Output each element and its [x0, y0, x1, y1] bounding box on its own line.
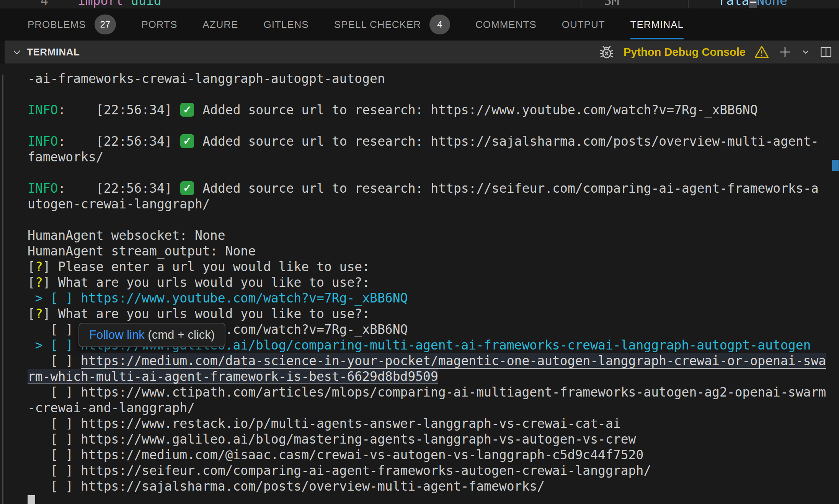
editor-remnant: 4 import uuid 3M rata=None	[0, 0, 839, 8]
panel-tab-ports[interactable]: PORTS	[141, 8, 177, 41]
terminal-text: [	[28, 306, 35, 321]
terminal-link[interactable]: fameworks/	[28, 150, 104, 164]
chevron-down-icon[interactable]	[11, 47, 22, 57]
terminal-text: [ ]	[28, 353, 81, 368]
scrollbar-marker[interactable]	[832, 160, 839, 171]
terminal-link[interactable]: https://www.restack.io/p/multi-agents-an…	[81, 416, 621, 431]
panel-tab-problems[interactable]: PROBLEMS 27	[28, 8, 116, 41]
active-terminal-name[interactable]: Python Debug Console	[624, 46, 746, 59]
terminal-text: ] Please enter a url you would like to u…	[43, 259, 370, 274]
terminal-text: ?	[35, 275, 43, 290]
split-terminal-icon[interactable]	[819, 45, 833, 59]
tooltip-follow-link[interactable]: Follow link	[89, 328, 145, 341]
warning-icon	[754, 44, 769, 60]
editor-split-divider	[581, 0, 581, 8]
terminal-text: Added source url to research:	[195, 181, 431, 196]
terminal-link[interactable]: https://seifeur.com/comparing-ai-agent-f…	[431, 181, 818, 196]
terminal-line: -crewai-and-langgraph/	[28, 400, 839, 416]
terminal-link[interactable]: https://www.youtube.com/watch?v=7Rg-_xBB…	[431, 102, 757, 117]
panel-tab-label: SPELL CHECKER	[334, 19, 421, 31]
vscode-bottom-panel: 4 import uuid 3M rata=None PROBLEMS 27 P…	[0, 0, 839, 504]
terminal-text: INFO	[28, 181, 58, 196]
terminal-line: INFO: [22:56:34] ✓ Added source url to r…	[28, 102, 839, 118]
terminal-line: [ ] https://seifeur.com/comparing-ai-age…	[28, 463, 839, 478]
terminal-line: [?] Please enter a url you would like to…	[28, 259, 839, 275]
terminal-text: Added source url to research:	[195, 134, 431, 149]
terminal-line: [ ] https://www.restack.io/p/multi-agent…	[28, 416, 839, 431]
code-variable: rata	[719, 0, 749, 8]
terminal-dropdown-chevron-icon[interactable]	[801, 47, 811, 57]
terminal-link[interactable]: rm-which-multi-ai-agent-framework-is-bes…	[28, 369, 438, 384]
terminal-line: HumanAgent stream_output: None	[28, 243, 839, 259]
terminal-text: [	[28, 275, 35, 290]
terminal-text: : [22:56:34]	[58, 134, 180, 149]
debug-bug-icon	[598, 44, 615, 60]
terminal-line	[28, 165, 839, 180]
terminal-line: [ ] https://www.galileo.ai/blog/masterin…	[28, 431, 839, 447]
terminal-text: [ ]	[28, 416, 81, 431]
terminal-text: ] What are you urls would you like to us…	[43, 306, 370, 321]
panel-left-edge	[0, 41, 5, 63]
terminal-line: > [ ] https://www.youtube.com/watch?v=7R…	[28, 290, 839, 306]
terminal-link[interactable]: https://medium.com/@isaac.casm/crewai-vs…	[81, 447, 643, 462]
editor-line-number: 4	[41, 0, 48, 8]
panel-tab-label: PORTS	[141, 19, 177, 31]
terminal-link[interactable]: https://www.ctipath.com/articles/mlops/c…	[81, 385, 826, 400]
terminal-line	[28, 86, 839, 102]
terminal-line: -ai-frameworks-crewai-langgraph-autogpt-…	[28, 71, 839, 86]
terminal-line: [?] What are you urls would you like to …	[28, 275, 839, 290]
link-tooltip: Follow link (cmd + click)	[78, 323, 225, 347]
terminal-line: [ ] https://sajalsharma.com/posts/overvi…	[28, 478, 839, 494]
code-identifier: uuid	[131, 0, 161, 8]
terminal-link[interactable]: -crewai-and-langgraph/	[28, 400, 195, 415]
terminal-line: HumanAgent websocket: None	[28, 228, 839, 243]
panel-tab-label: PROBLEMS	[28, 19, 86, 31]
terminal-text: [ ]	[28, 447, 81, 462]
panel-tab-gitlens[interactable]: GITLENS	[263, 8, 309, 41]
terminal-link[interactable]: https://www.galileo.ai/blog/mastering-ag…	[81, 432, 636, 447]
terminal-line	[28, 494, 839, 504]
panel-tab-terminal[interactable]: TERMINAL	[630, 8, 684, 41]
terminal-line: [ ] https://medium.com/data-science-in-y…	[28, 353, 839, 369]
terminal-text: -ai-frameworks-crewai-langgraph-autogpt-…	[28, 71, 385, 86]
terminal-line: [?] What are you urls would you like to …	[28, 306, 839, 322]
terminal-text: HumanAgent websocket: None	[28, 228, 225, 243]
terminal-line: rm-which-multi-ai-agent-framework-is-bes…	[28, 369, 839, 384]
terminal-link[interactable]: https://medium.com/data-science-in-your-…	[81, 353, 826, 368]
terminal-text: [	[28, 259, 35, 274]
terminal-text: : [22:56:34]	[58, 181, 180, 196]
terminal-text: ?	[35, 259, 43, 274]
panel-tab-output[interactable]: OUTPUT	[562, 8, 605, 41]
panel-tab-label: AZURE	[202, 19, 238, 31]
terminal-text: INFO	[28, 102, 58, 117]
tab-badge: 4	[429, 15, 450, 34]
terminal-text: HumanAgent stream_output: None	[28, 244, 256, 259]
terminal-left-edge-line	[2, 75, 3, 504]
panel-tab-comments[interactable]: COMMENTS	[475, 8, 537, 41]
terminal-text: [ ]	[28, 385, 81, 400]
code-keyword: import	[78, 0, 123, 8]
terminal-line: [ ] https://medium.com/@isaac.casm/crewa…	[28, 447, 839, 463]
terminal-link[interactable]: https://sajalsharma.com/posts/overview-m…	[81, 479, 545, 494]
terminal-text: [ ]	[28, 463, 81, 478]
terminal-link[interactable]: https://seifeur.com/comparing-ai-agent-f…	[81, 463, 651, 478]
tab-badge: 27	[95, 15, 116, 34]
terminal-link[interactable]: https://www.youtube.com/watch?v=7Rg-_xBB…	[81, 291, 408, 306]
terminal-line: fameworks/	[28, 149, 839, 165]
panel-tab-azure[interactable]: AZURE	[202, 8, 238, 41]
panel-tab-label: OUTPUT	[562, 19, 605, 31]
terminal-cursor	[28, 495, 35, 504]
check-mark-emoji: ✓	[180, 134, 194, 148]
terminal-header-actions: Python Debug Console	[598, 44, 833, 60]
terminal-line: INFO: [22:56:34] ✓ Added source url to r…	[28, 180, 839, 196]
panel-tab-bar: PROBLEMS 27 PORTS AZURE GITLENS SPELL CH…	[0, 8, 839, 41]
panel-tab-spell-checker[interactable]: SPELL CHECKER 4	[334, 8, 450, 41]
terminal-text: > [ ]	[28, 291, 81, 306]
terminal-panel-title: TERMINAL	[27, 46, 80, 58]
terminal-text: [ ]	[28, 322, 81, 337]
terminal-text: > [ ]	[28, 338, 81, 353]
new-terminal-plus-icon[interactable]	[778, 45, 792, 59]
terminal-link[interactable]: utogen-crewai-langgraph/	[28, 197, 210, 211]
panel-tab-label: TERMINAL	[630, 19, 684, 31]
terminal-link[interactable]: https://sajalsharma.com/posts/overview-m…	[431, 134, 818, 149]
